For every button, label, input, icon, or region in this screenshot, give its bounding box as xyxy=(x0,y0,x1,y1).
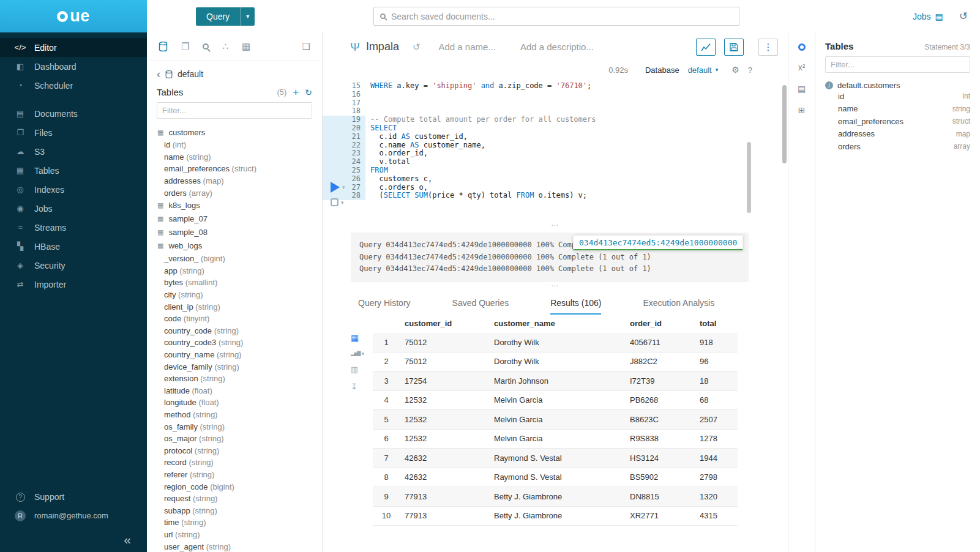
right-filter-input[interactable] xyxy=(825,56,970,73)
tree-table-sample_07[interactable]: ▦sample_07 xyxy=(157,212,322,226)
tree-column-method[interactable]: method (string) xyxy=(157,409,322,421)
table-row[interactable]: 412532Melvin GarciaPB626868 xyxy=(373,390,738,410)
query-dropdown-caret-icon[interactable]: ▾ xyxy=(240,7,255,26)
tree-column-url[interactable]: url (string) xyxy=(157,529,322,541)
sidebar-item-importer[interactable]: ⇄Importer xyxy=(0,275,147,294)
right-column-orders[interactable]: ordersarray xyxy=(825,140,970,153)
new-query-button[interactable]: Query ▾ xyxy=(196,7,255,26)
databases-icon[interactable] xyxy=(159,42,168,51)
settings-gear-icon[interactable]: ⚙ xyxy=(731,65,739,75)
execute-button[interactable] xyxy=(331,182,340,193)
right-column-addresses[interactable]: addressesmap xyxy=(825,128,970,141)
main-scrollbar[interactable] xyxy=(782,85,787,163)
refresh-icon[interactable]: ↻ xyxy=(305,88,312,97)
log-resize-handle[interactable]: ⋯ xyxy=(323,282,788,289)
sidebar-item-jobs[interactable]: ◉Jobs xyxy=(0,199,147,218)
tree-column-longitude[interactable]: longitude (float) xyxy=(157,397,322,409)
sidebar-item-security[interactable]: ◈Security xyxy=(0,256,147,275)
tree-table-sample_08[interactable]: ▦sample_08 xyxy=(157,226,322,239)
documents-assist-icon[interactable]: ❐ xyxy=(181,41,189,52)
explain-button[interactable] xyxy=(331,198,339,206)
tree-column-latitude[interactable]: latitude (float) xyxy=(157,385,322,397)
tree-column-device_family[interactable]: device_family (string) xyxy=(157,360,322,373)
search-input[interactable] xyxy=(391,12,733,21)
save-button[interactable] xyxy=(724,39,744,56)
editor-resize-handle[interactable]: ⋯ xyxy=(323,222,788,229)
query-description-field[interactable]: Add a descriptio... xyxy=(520,42,594,52)
table-row[interactable]: 317254Martin JohnsonI72T3918 xyxy=(373,371,738,391)
tree-column-email_preferences[interactable]: email_preferences (struct) xyxy=(157,163,322,175)
tree-column-country_code[interactable]: country_code (string) xyxy=(157,325,322,337)
global-search[interactable] xyxy=(373,7,739,26)
database-name[interactable]: default xyxy=(178,69,203,79)
right-column-email_preferences[interactable]: email_preferencesstruct xyxy=(825,115,970,128)
tree-column-app[interactable]: app (string) xyxy=(157,265,322,277)
tree-column-addresses[interactable]: addresses (map) xyxy=(157,175,322,187)
support-link[interactable]: ? Support xyxy=(0,487,147,506)
tree-column-subapp[interactable]: subapp (string) xyxy=(157,504,322,517)
add-table-icon[interactable]: + xyxy=(293,88,299,97)
table-row[interactable]: 842632Raymond S. VestalBS59022798 xyxy=(373,468,738,487)
execute-options-caret-icon[interactable]: ▾ xyxy=(342,184,345,190)
history-icon[interactable]: ↺ xyxy=(959,10,968,23)
tree-column-client_ip[interactable]: client_ip (string) xyxy=(157,300,322,313)
functions-icon[interactable]: x² xyxy=(798,62,806,72)
language-reference-icon[interactable]: ▤ xyxy=(798,84,806,94)
tree-column-referer[interactable]: referer (string) xyxy=(157,469,322,481)
more-actions-button[interactable]: ⋮ xyxy=(758,39,778,56)
tree-column-city[interactable]: city (string) xyxy=(157,289,322,301)
tree-table-web_logs[interactable]: ▦web_logs xyxy=(157,239,322,253)
tree-column-id[interactable]: id (int) xyxy=(157,139,322,151)
query-button-label[interactable]: Query xyxy=(196,7,240,26)
tree-column-request[interactable]: request (string) xyxy=(157,493,322,505)
right-column-id[interactable]: idint xyxy=(825,90,970,103)
tab-query-history[interactable]: Query History xyxy=(358,298,411,315)
table-row[interactable]: 742632Raymond S. VestalHS31241944 xyxy=(373,449,738,468)
tree-column-user_agent[interactable]: user_agent (string) xyxy=(157,540,322,552)
tree-column-country_name[interactable]: country_name (string) xyxy=(157,349,322,361)
sidebar-item-tables[interactable]: ▦Tables xyxy=(0,161,147,180)
sidebar-item-indexes[interactable]: ◎Indexes xyxy=(0,180,147,199)
tree-column-record[interactable]: record (string) xyxy=(157,457,322,469)
database-selector[interactable]: default xyxy=(688,65,712,75)
tree-column-country_code3[interactable]: country_code3 (string) xyxy=(157,337,322,349)
tree-column-extension[interactable]: extension (string) xyxy=(157,373,322,385)
tree-column-protocol[interactable]: protocol (string) xyxy=(157,444,322,457)
grid-view-icon[interactable]: ▦ xyxy=(351,333,359,343)
user-menu[interactable]: R romain@gethue.com xyxy=(0,506,147,525)
assistant-icon[interactable] xyxy=(798,43,806,51)
sidebar-item-scheduler[interactable]: ◔Scheduler xyxy=(0,76,147,95)
table-row[interactable]: 175012Dorothy Wilk4056711918 xyxy=(373,333,738,352)
table-row[interactable]: 1077913Betty J. GiambroneXR27714315 xyxy=(373,506,738,526)
download-icon[interactable]: ↧ xyxy=(351,382,357,391)
columns-view-icon[interactable]: ▥ xyxy=(351,365,358,374)
tree-column-code[interactable]: code (tinyint) xyxy=(157,313,322,325)
table-row[interactable]: 612532Melvin GarciaR9S8381278 xyxy=(373,429,738,449)
schedule-icon[interactable]: ⊞ xyxy=(798,105,806,115)
chart-options-caret-icon[interactable]: ▾ xyxy=(361,351,364,357)
tree-column-os_major[interactable]: os_major (string) xyxy=(157,433,322,445)
tree-column-_version_[interactable]: _version_ (bigint) xyxy=(157,253,322,265)
sidebar-item-s3[interactable]: ☁S3 xyxy=(0,142,147,161)
explain-options-caret-icon[interactable]: ▾ xyxy=(341,200,344,206)
tree-column-orders[interactable]: orders (array) xyxy=(157,187,322,199)
assist-search-icon[interactable] xyxy=(203,43,209,50)
tree-column-bytes[interactable]: bytes (smallint) xyxy=(157,277,322,289)
tree-column-name[interactable]: name (string) xyxy=(157,151,322,163)
hue-logo[interactable]: ue xyxy=(0,0,147,32)
apps-grid-icon[interactable]: ▦ xyxy=(242,41,250,52)
sidebar-item-streams[interactable]: ≈Streams xyxy=(0,218,147,237)
collapse-icon[interactable]: « xyxy=(124,532,131,547)
tab-results-106-[interactable]: Results (106) xyxy=(550,298,601,315)
editor-scrollbar[interactable] xyxy=(747,142,751,213)
query-name-field[interactable]: Add a name... xyxy=(438,42,495,52)
tab-execution-analysis[interactable]: Execution Analysis xyxy=(643,298,714,315)
database-caret-icon[interactable]: ▾ xyxy=(716,67,719,73)
sidebar-item-documents[interactable]: ▤Documents xyxy=(0,104,147,123)
tree-column-time[interactable]: time (string) xyxy=(157,517,322,529)
sidebar-item-hbase[interactable]: ▚HBase xyxy=(0,237,147,256)
sidebar-item-dashboard[interactable]: ◧Dashboard xyxy=(0,57,147,76)
chart-button[interactable] xyxy=(696,39,716,56)
bag-icon[interactable]: ❑ xyxy=(302,41,310,52)
tab-saved-queries[interactable]: Saved Queries xyxy=(452,298,509,315)
